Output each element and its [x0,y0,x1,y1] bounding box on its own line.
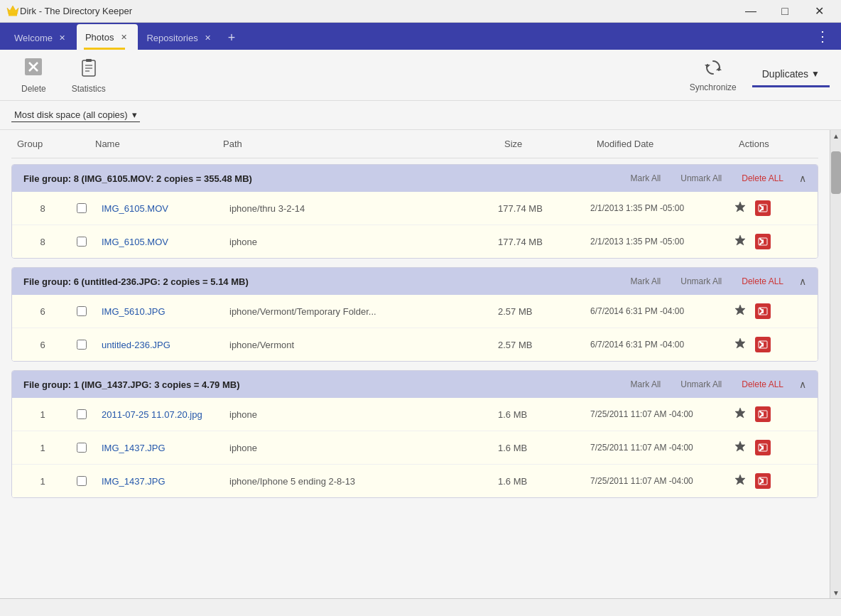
mark-all-button[interactable]: Mark All [626,172,666,185]
svg-marker-0 [7,6,18,14]
col-path: Path [217,136,499,152]
maximize-button[interactable]: □ [769,0,801,23]
pin-button[interactable] [732,232,748,251]
delete-all-button[interactable]: Delete ALL [737,275,788,288]
cell-size: 1.6 MB [492,473,585,490]
delete-button[interactable]: Delete [11,53,56,98]
cell-date: 7/25/2011 11:07 AM -04:00 [585,440,727,455]
synchronize-button[interactable]: Synchronize [680,53,747,97]
sort-caret-icon: ▾ [132,109,137,120]
table-row: 6 untitled-236.JPG iphone/Vermont 2.57 M… [12,328,818,361]
file-checkbox[interactable] [77,476,87,486]
group-header-title: File group: 8 (IMG_6105.MOV: 2 copies = … [23,173,615,184]
pin-button[interactable] [732,302,748,320]
tab-photos[interactable]: Photos ✕ [77,24,138,50]
file-checkbox[interactable] [77,306,87,316]
cell-date: 6/7/2014 6:31 PM -04:00 [585,303,727,319]
table-row: 1 2011-07-25 11.07.20.jpg iphone 1.6 MB … [12,398,818,431]
statistics-button[interactable]: Statistics [62,53,116,98]
pin-button[interactable] [732,472,748,490]
table-area: Group Name Path Size Modified Date Actio… [0,130,830,598]
statistics-icon [79,57,99,81]
minimize-button[interactable]: — [734,0,767,23]
groups-container: File group: 8 (IMG_6105.MOV: 2 copies = … [11,164,818,498]
toolbar-right: Synchronize Duplicates ▼ [680,53,830,97]
tab-photos-close[interactable]: ✕ [118,31,129,43]
table-row: 1 IMG_1437.JPG iphone 1.6 MB 7/25/2011 1… [12,431,818,465]
cell-path: iphone [224,440,492,456]
pin-button[interactable] [732,405,748,423]
cell-checkbox [67,337,96,352]
scrollbar-thumb[interactable] [831,151,841,194]
pin-button[interactable] [732,335,748,354]
tab-repositories-close[interactable]: ✕ [202,32,214,43]
delete-row-button[interactable] [754,232,772,251]
pin-button[interactable] [732,438,748,457]
delete-all-button[interactable]: Delete ALL [737,172,788,185]
col-size: Size [499,136,591,152]
file-group-group1: File group: 1 (IMG_1437.JPG: 3 copies = … [11,370,818,498]
scroll-down-button[interactable]: ▼ [830,587,841,598]
unmark-all-button[interactable]: Unmark All [676,275,726,288]
delete-row-button[interactable] [754,405,772,423]
group-header-title: File group: 6 (untitled-236.JPG: 2 copie… [23,276,615,287]
file-checkbox[interactable] [77,237,87,247]
tab-menu-button[interactable]: ⋮ [810,23,835,50]
tab-repositories-label: Repositories [146,33,197,43]
cell-path: iphone/Vermont/Temporary Folder... [224,303,492,320]
scrollbar[interactable]: ▲ ▼ [830,130,841,598]
tab-welcome[interactable]: Welcome ✕ [6,26,77,50]
file-checkbox[interactable] [77,443,87,453]
duplicates-label: Duplicates [762,68,808,80]
cell-date: 2/1/2013 1:35 PM -05:00 [585,234,727,249]
cell-name: IMG_6105.MOV [96,234,224,250]
cell-actions [727,333,812,357]
table-row: 8 IMG_6105.MOV iphone/thru 3-2-14 177.74… [12,192,818,225]
tab-repositories[interactable]: Repositories ✕ [138,26,222,50]
svg-rect-1 [9,14,17,16]
collapse-button[interactable]: ∧ [799,379,806,390]
add-tab-button[interactable]: + [222,26,242,50]
delete-row-icon [755,473,771,489]
cell-path: iphone [224,234,492,250]
unmark-all-button[interactable]: Unmark All [676,172,726,185]
table-row: 8 IMG_6105.MOV iphone 177.74 MB 2/1/2013… [12,225,818,258]
tab-bar: Welcome ✕ Photos ✕ Repositories ✕ + ⋮ [0,23,841,50]
mark-all-button[interactable]: Mark All [626,378,666,391]
delete-row-button[interactable] [754,335,772,354]
unmark-all-button[interactable]: Unmark All [676,378,726,391]
delete-row-icon [755,406,771,422]
file-checkbox[interactable] [77,409,87,419]
cell-checkbox [67,200,96,216]
delete-row-button[interactable] [754,438,772,457]
delete-row-button[interactable] [754,199,772,217]
tab-welcome-close[interactable]: ✕ [57,32,68,43]
file-checkbox[interactable] [77,203,87,213]
svg-marker-10 [716,67,722,70]
delete-label: Delete [21,84,46,94]
cell-group: 6 [18,303,67,320]
delete-row-button[interactable] [754,472,772,490]
file-checkbox[interactable] [77,340,87,350]
cell-name: IMG_1437.JPG [96,473,224,490]
tab-welcome-label: Welcome [14,33,53,43]
file-group-group8: File group: 8 (IMG_6105.MOV: 2 copies = … [11,164,818,259]
collapse-button[interactable]: ∧ [799,276,806,287]
cell-actions [727,229,812,254]
sort-dropdown[interactable]: Most disk space (all copies) ▾ [11,108,140,122]
main-content: Group Name Path Size Modified Date Actio… [0,130,841,598]
scroll-up-button[interactable]: ▲ [830,130,841,141]
pin-button[interactable] [732,199,748,217]
duplicates-button[interactable]: Duplicates ▼ [752,63,830,87]
svg-marker-11 [705,65,710,67]
group-header-group8: File group: 8 (IMG_6105.MOV: 2 copies = … [12,165,818,192]
cell-checkbox [67,440,96,455]
cell-path: iphone/Vermont [224,337,492,353]
delete-all-button[interactable]: Delete ALL [737,378,788,391]
close-button[interactable]: ✕ [803,0,835,23]
cell-actions [727,402,812,426]
cell-size: 2.57 MB [492,303,585,320]
mark-all-button[interactable]: Mark All [626,275,666,288]
collapse-button[interactable]: ∧ [799,173,806,184]
delete-row-button[interactable] [754,302,772,320]
